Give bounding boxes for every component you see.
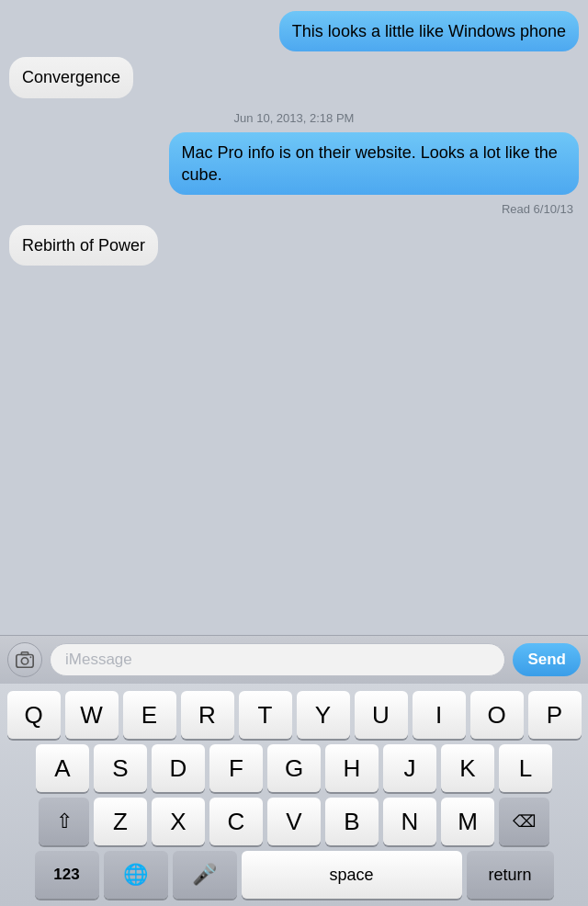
key-Q[interactable]: Q [7, 691, 61, 739]
svg-point-1 [21, 658, 28, 664]
message-text-1: This looks a little like Windows phone [292, 22, 566, 40]
key-R[interactable]: R [181, 691, 234, 739]
key-E[interactable]: E [123, 691, 176, 739]
message-input-field[interactable]: iMessage [50, 643, 505, 676]
keyboard-row-3: ⇧ Z X C V B N M ⌫ [4, 798, 584, 845]
key-X[interactable]: X [152, 798, 205, 845]
key-W[interactable]: W [65, 691, 119, 739]
send-button[interactable]: Send [513, 643, 581, 676]
incoming-bubble-1: Convergence [9, 57, 133, 97]
messages-area: This looks a little like Windows phone C… [0, 0, 588, 635]
key-G[interactable]: G [267, 744, 321, 792]
key-I[interactable]: I [413, 691, 466, 739]
key-J[interactable]: J [383, 744, 436, 792]
shift-key[interactable]: ⇧ [39, 798, 89, 845]
outgoing-bubble-2: Mac Pro info is on their website. Looks … [169, 132, 579, 196]
key-K[interactable]: K [441, 744, 494, 792]
outgoing-bubble-1: This looks a little like Windows phone [279, 11, 579, 51]
key-O[interactable]: O [470, 691, 524, 739]
message-text-4: Rebirth of Power [22, 236, 145, 255]
incoming-bubble-2: Rebirth of Power [9, 225, 158, 266]
key-C[interactable]: C [209, 798, 263, 845]
message-input-placeholder: iMessage [63, 643, 132, 676]
input-bar: iMessage Send [0, 635, 588, 684]
mic-key[interactable]: 🎤 [173, 851, 237, 899]
key-A[interactable]: A [36, 744, 89, 792]
key-F[interactable]: F [209, 744, 263, 792]
camera-icon [15, 650, 35, 670]
key-M[interactable]: M [441, 798, 494, 845]
delete-key[interactable]: ⌫ [499, 798, 549, 845]
key-L[interactable]: L [499, 744, 552, 792]
keyboard-row-1: Q W E R T Y U I O P [4, 691, 584, 739]
key-U[interactable]: U [355, 691, 408, 739]
svg-rect-2 [21, 652, 28, 655]
svg-point-3 [30, 656, 32, 658]
globe-key[interactable]: 🌐 [104, 851, 168, 899]
timestamp-1: Jun 10, 2013, 2:18 PM [9, 111, 579, 125]
read-receipt: Read 6/10/13 [9, 202, 579, 216]
num-key[interactable]: 123 [35, 851, 99, 899]
key-B[interactable]: B [325, 798, 379, 845]
key-P[interactable]: P [528, 691, 582, 739]
key-S[interactable]: S [94, 744, 147, 792]
keyboard: Q W E R T Y U I O P A S D F G H J K L ⇧ … [0, 684, 588, 906]
key-H[interactable]: H [325, 744, 379, 792]
return-key[interactable]: return [467, 851, 554, 899]
space-key[interactable]: space [242, 851, 462, 899]
key-V[interactable]: V [267, 798, 321, 845]
message-text-3: Mac Pro info is on their website. Looks … [182, 143, 558, 184]
message-text-2: Convergence [22, 68, 120, 86]
key-N[interactable]: N [383, 798, 436, 845]
camera-button[interactable] [7, 642, 42, 677]
key-Z[interactable]: Z [94, 798, 147, 845]
key-D[interactable]: D [152, 744, 205, 792]
keyboard-row-4: 123 🌐 🎤 space return [4, 851, 584, 902]
keyboard-row-2: A S D F G H J K L [4, 744, 584, 792]
key-T[interactable]: T [239, 691, 292, 739]
key-Y[interactable]: Y [297, 691, 350, 739]
